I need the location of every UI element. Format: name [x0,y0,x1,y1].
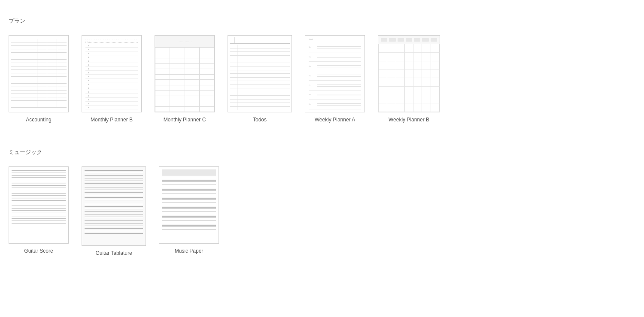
music-staff-4 [162,206,216,211]
thumbnail-weekly-a: Week Mon Tue Wed Thu Fri Sat Sun [305,35,365,112]
staff-group-4 [12,205,66,212]
wb-col-2 [389,38,395,42]
music-staff-2 [162,188,216,193]
label-monthly-b: Monthly Planner B [91,117,133,123]
section-music: ミュージック [9,148,635,256]
template-item-monthly-b[interactable]: · · · · · · · · · · · · · · · · · · · · … [82,35,142,123]
wb-col-4 [406,38,412,42]
label-accounting: Accounting [26,117,51,123]
wb-col-6 [422,38,428,42]
music-paper-header [162,169,216,176]
template-item-guitar-tab[interactable]: Guitar Tablature [82,166,146,256]
music-staff-5 [162,215,216,220]
staff-group-3 [12,193,66,201]
template-item-weekly-b[interactable]: Weekly Planner B [378,35,440,123]
wb-col-1 [381,38,387,42]
staff-group-2 [12,182,66,189]
thumbnail-monthly-c: · · · · · · · · · · · · [155,35,215,112]
tab-group-3 [85,204,143,217]
staff-group-1 [12,170,66,178]
todos-check-col [230,37,235,43]
thumbnail-accounting [9,35,69,112]
monthly-c-header: · · · · · · · · · · · · [155,36,214,48]
label-weekly-b: Weekly Planner B [389,117,429,123]
thumbnail-todos [228,35,292,112]
music-staff-3 [162,197,216,202]
music-staff-6 [162,224,216,229]
label-guitar-score: Guitar Score [24,248,53,254]
template-item-todos[interactable]: Todos [228,35,292,123]
thumbnail-weekly-b [378,35,440,112]
template-item-music-paper[interactable]: Music Paper [159,166,219,254]
section-title-music: ミュージック [9,148,635,156]
staff-group-5 [12,217,66,224]
tab-group-2 [85,187,143,200]
wb-col-5 [414,38,420,42]
music-staff-1 [162,179,216,184]
wb-col-3 [398,38,404,42]
weekly-a-header: Week [309,38,361,41]
template-item-weekly-a[interactable]: Week Mon Tue Wed Thu Fri Sat Sun Weekly … [305,35,365,123]
wb-col-7 [431,38,437,42]
label-weekly-a: Weekly Planner A [315,117,355,123]
app-container: プラン [9,17,635,256]
thumbnail-monthly-b: · · · · · · · · · · · · · · · · · · · · … [82,35,142,112]
template-item-guitar-score[interactable]: Guitar Score [9,166,69,254]
template-item-monthly-c[interactable]: · · · · · · · · · · · · [155,35,215,123]
thumbnail-guitar-tab [82,166,146,246]
weekly-b-body [378,44,440,112]
section-title-planner: プラン [9,17,635,25]
weekly-b-header [378,36,440,44]
music-grid: Guitar Score [9,166,635,256]
tab-group-4 [85,220,143,234]
label-music-paper: Music Paper [175,248,204,254]
tab-group-1 [85,170,143,184]
label-guitar-tab: Guitar Tablature [95,250,132,256]
thumbnail-music-paper [159,166,219,244]
planner-grid: Accounting · · · · · · · · · · · · · · ·… [9,35,635,123]
todos-header [230,37,290,44]
label-monthly-c: Monthly Planner C [164,117,206,123]
template-item-accounting[interactable]: Accounting [9,35,69,123]
label-todos: Todos [253,117,267,123]
dotted-header: · · · · · · · · · · · · · · · · · · · · … [85,38,138,42]
thumbnail-guitar-score [9,166,69,244]
monthly-c-grid [155,48,214,112]
section-planner: プラン [9,17,635,123]
